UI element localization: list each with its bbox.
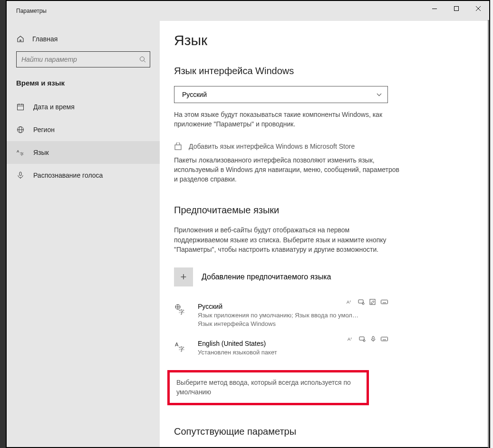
svg-text:A: A (175, 342, 179, 347)
home-icon (16, 35, 25, 43)
svg-text:A: A (17, 149, 19, 153)
microphone-icon (16, 172, 25, 179)
sidebar-section-head: Время и язык (7, 79, 160, 95)
sidebar: Главная Время и язык Дата и время Ре (7, 21, 160, 447)
svg-rect-17 (175, 145, 181, 150)
language-subtitle: Язык приложения по умолчанию; Язык ввода… (198, 312, 388, 319)
sidebar-home-label: Главная (32, 35, 58, 43)
highlighted-default-input-link: Выберите метод ввода, который всегда исп… (167, 370, 369, 405)
svg-rect-41 (381, 337, 388, 341)
minimize-icon (432, 9, 437, 9)
titlebar: Параметры (7, 1, 489, 21)
default-input-method-link[interactable]: Выберите метод ввода, который всегда исп… (176, 378, 360, 397)
language-glyph-icon: 字 (174, 303, 189, 327)
window-title: Параметры (16, 8, 47, 14)
handwriting-icon (369, 299, 376, 305)
keyboard-icon (381, 336, 388, 342)
desktop-fringe (0, 0, 6, 448)
display-language-dropdown[interactable]: Русский (174, 86, 388, 103)
sidebar-item-label: Распознавание голоса (33, 172, 103, 179)
language-icon: A字 (16, 149, 25, 156)
minimize-button[interactable] (424, 1, 445, 16)
svg-text:字: 字 (179, 309, 184, 315)
close-icon (476, 6, 481, 11)
page-title: Язык (174, 32, 402, 48)
dropdown-value: Русский (182, 91, 207, 98)
sidebar-item-date-time[interactable]: Дата и время (7, 95, 160, 118)
language-glyph-icon: A字 (174, 340, 189, 356)
keyboard-icon (381, 299, 388, 305)
svg-line-5 (144, 61, 146, 63)
language-subtitle-2: Язык интерфейса Windows (198, 320, 388, 327)
maximize-button[interactable] (445, 1, 467, 16)
svg-text:♪: ♪ (350, 336, 352, 340)
store-language-link[interactable]: Добавить язык интерфейса Windows в Micro… (174, 143, 402, 151)
search-input[interactable] (21, 56, 139, 63)
window-controls (424, 1, 489, 16)
section-display-language-title: Язык интерфейса Windows (174, 66, 402, 76)
svg-rect-24 (358, 300, 363, 303)
main-content: Язык Язык интерфейса Windows Русский На … (160, 21, 489, 447)
related-link-date-format[interactable]: Формат даты, времени и региона (174, 447, 402, 447)
display-language-desc: На этом языке будут показываться такие к… (174, 110, 402, 129)
svg-rect-0 (432, 9, 437, 9)
language-subtitle: Установлен языковой пакет (198, 349, 388, 356)
maximize-icon (454, 6, 459, 11)
language-row-russian[interactable]: 字 Русский Язык приложения по умолчанию; … (174, 299, 388, 336)
svg-rect-6 (18, 105, 24, 110)
chevron-down-icon (377, 93, 382, 96)
add-language-button[interactable]: + Добавление предпочитаемого языка (174, 267, 402, 286)
svg-rect-39 (372, 336, 374, 339)
settings-window: Параметры Главная (6, 0, 490, 448)
svg-text:♪: ♪ (349, 299, 351, 303)
speech-icon (358, 299, 365, 305)
microphone-badge-icon (370, 336, 376, 342)
language-feature-badges: A♪ (348, 336, 388, 342)
calendar-icon (16, 103, 25, 111)
store-icon (174, 143, 182, 151)
plus-icon: + (174, 267, 193, 286)
language-feature-badges: A♪ (347, 299, 388, 305)
text-to-speech-icon: A♪ (347, 299, 353, 305)
sidebar-item-region[interactable]: Регион (7, 118, 160, 141)
svg-text:字: 字 (20, 152, 24, 156)
sidebar-item-label: Язык (33, 149, 49, 156)
svg-rect-1 (454, 7, 459, 11)
sidebar-home[interactable]: Главная (7, 35, 160, 51)
store-language-desc: Пакеты локализованного интерфейса позвол… (174, 155, 402, 184)
svg-rect-27 (381, 300, 388, 304)
sidebar-item-speech[interactable]: Распознавание голоса (7, 164, 160, 187)
svg-text:字: 字 (179, 346, 184, 353)
search-icon (139, 56, 146, 63)
sidebar-item-label: Регион (33, 126, 55, 133)
preferred-desc: Приложения и веб-сайты будут отображатьс… (174, 225, 402, 254)
speech-icon (359, 336, 366, 342)
add-language-label: Добавление предпочитаемого языка (202, 273, 331, 281)
window-body: Главная Время и язык Дата и время Ре (7, 21, 489, 447)
globe-icon (16, 126, 25, 133)
text-to-speech-icon: A♪ (348, 336, 354, 342)
scrollbar[interactable] (488, 20, 489, 448)
section-preferred-title: Предпочитаемые языки (174, 205, 402, 216)
sidebar-item-language[interactable]: A字 Язык (7, 141, 160, 164)
svg-point-4 (140, 57, 145, 61)
language-row-english[interactable]: A字 English (United States) Установлен яз… (174, 336, 388, 364)
sidebar-item-label: Дата и время (33, 103, 75, 111)
close-button[interactable] (467, 1, 489, 16)
svg-rect-26 (370, 299, 375, 305)
store-link-label: Добавить язык интерфейса Windows в Micro… (189, 143, 355, 150)
svg-rect-15 (19, 172, 21, 176)
sidebar-search[interactable] (16, 51, 150, 67)
svg-rect-37 (359, 337, 364, 340)
section-related-title: Сопутствующие параметры (174, 426, 402, 437)
